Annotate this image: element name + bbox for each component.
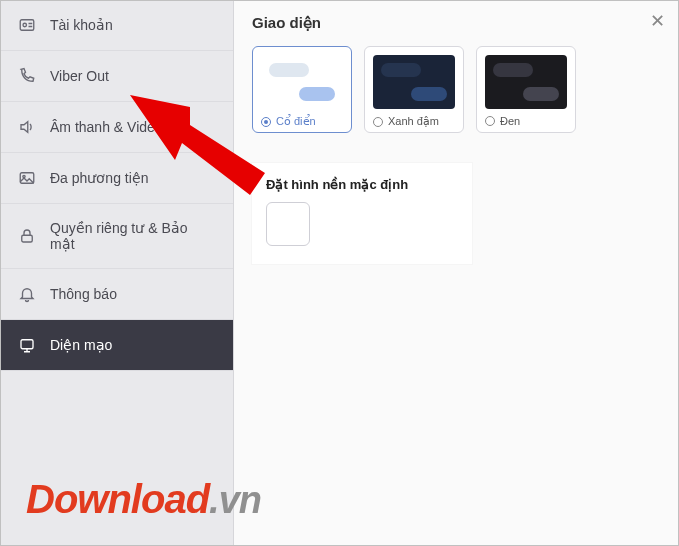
theme-black[interactable]: Đen — [476, 46, 576, 133]
main-panel: ✕ Giao diện Cổ điển Xanh đậm — [234, 0, 679, 546]
sidebar-item-appearance[interactable]: Diện mạo — [0, 320, 233, 371]
svg-rect-4 — [22, 235, 33, 242]
watermark-part1: Download — [26, 477, 209, 521]
sidebar-item-privacy[interactable]: Quyền riêng tư & Bảo mật — [0, 204, 233, 269]
sidebar-item-label: Âm thanh & Video — [50, 119, 163, 135]
wallpaper-section: Đặt hình nền mặc định — [252, 163, 472, 264]
settings-sidebar: Tài khoản Viber Out Âm thanh & Video Đa … — [0, 0, 234, 546]
wallpaper-title: Đặt hình nền mặc định — [266, 177, 458, 192]
speaker-icon — [18, 118, 36, 136]
sidebar-item-label: Thông báo — [50, 286, 117, 302]
appearance-icon — [18, 336, 36, 354]
radio-icon — [261, 117, 271, 127]
phone-icon — [18, 67, 36, 85]
theme-dark-blue[interactable]: Xanh đậm — [364, 46, 464, 133]
sidebar-item-media[interactable]: Đa phương tiện — [0, 153, 233, 204]
svg-rect-5 — [21, 340, 33, 349]
lock-icon — [18, 227, 36, 245]
theme-preview-darkblue — [373, 55, 455, 109]
sidebar-item-account[interactable]: Tài khoản — [0, 0, 233, 51]
sidebar-item-label: Tài khoản — [50, 17, 113, 33]
sidebar-item-viber-out[interactable]: Viber Out — [0, 51, 233, 102]
sidebar-item-label: Diện mạo — [50, 337, 112, 353]
bell-icon — [18, 285, 36, 303]
wallpaper-default-swatch[interactable] — [266, 202, 310, 246]
radio-icon — [485, 116, 495, 126]
section-title: Giao diện — [252, 14, 661, 32]
watermark-part2: .vn — [209, 479, 261, 521]
close-button[interactable]: ✕ — [650, 10, 665, 32]
close-icon: ✕ — [650, 11, 665, 31]
account-icon — [18, 16, 36, 34]
sidebar-item-notifications[interactable]: Thông báo — [0, 269, 233, 320]
theme-preview-black — [485, 55, 567, 109]
media-icon — [18, 169, 36, 187]
sidebar-item-label: Đa phương tiện — [50, 170, 149, 186]
theme-label: Xanh đậm — [388, 115, 439, 128]
sidebar-item-label: Viber Out — [50, 68, 109, 84]
svg-point-1 — [23, 23, 26, 26]
theme-preview-classic — [261, 55, 343, 109]
theme-options: Cổ điển Xanh đậm Đen — [252, 46, 661, 133]
sidebar-item-audio-video[interactable]: Âm thanh & Video — [0, 102, 233, 153]
watermark: Download.vn — [26, 477, 261, 522]
theme-label: Đen — [500, 115, 520, 127]
theme-classic[interactable]: Cổ điển — [252, 46, 352, 133]
sidebar-item-label: Quyền riêng tư & Bảo mật — [50, 220, 215, 252]
theme-label: Cổ điển — [276, 115, 316, 128]
radio-icon — [373, 117, 383, 127]
